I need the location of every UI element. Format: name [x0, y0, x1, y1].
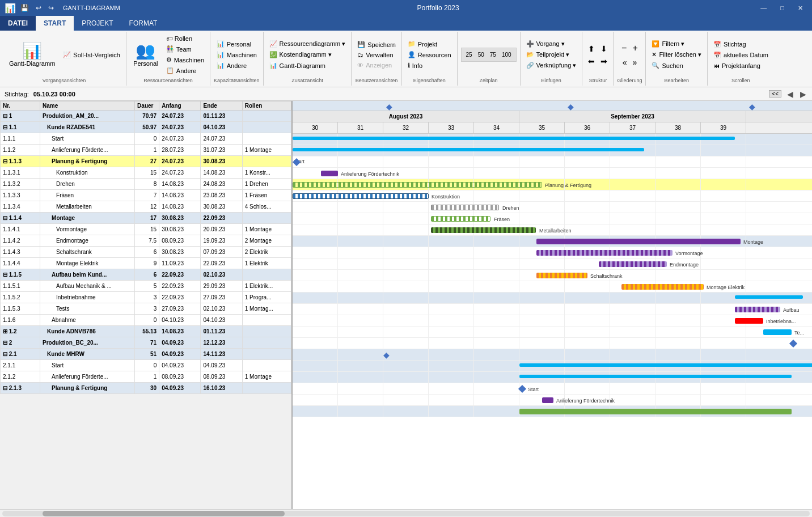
projektanfang-btn[interactable]: ⏮Projektanfang [711, 61, 771, 70]
table-row[interactable]: ⊟ 2.1.3 Planung & Fertigung 30 04.09.23 … [1, 383, 291, 394]
gl2-btn[interactable]: + [630, 42, 640, 54]
str2-btn[interactable]: ⬇ [598, 43, 610, 54]
cell-anfang: 14.08.23 [159, 190, 201, 201]
table-row[interactable]: 1.1.1 Start 0 24.07.23 24.07.23 [1, 133, 291, 145]
table-row[interactable]: ⊟ 1.1.3 Planung & Fertigung 27 24.07.23 … [1, 156, 291, 167]
gantt-chart[interactable]: ◆ ◆ ◆ August 2023 September 2023 30 31 3… [293, 101, 812, 509]
str3-btn[interactable]: ⬅ [586, 56, 597, 67]
str4-btn[interactable]: ➡ [598, 56, 610, 67]
table-row[interactable]: 1.1.3.3 Fräsen 7 14.08.23 23.08.23 1 Frä… [1, 190, 291, 201]
zeitplan-label: Zeitplan [480, 77, 498, 83]
cell-ende: 04.10.23 [201, 122, 242, 133]
kapaz-maschinen-btn[interactable]: 📊Maschinen [214, 50, 259, 60]
verknuepfung-btn[interactable]: 🔗Verknüpfung ▾ [524, 61, 579, 70]
rollen-btn[interactable]: 🏷Rollen [164, 34, 206, 43]
filter-loeschen-btn[interactable]: ✕Filter löschen ▾ [649, 50, 703, 60]
table-row[interactable]: 1.1.3.2 Drehen 8 14.08.23 24.08.23 1 Dre… [1, 179, 291, 190]
stichtag-value: 05.10.23 00:00 [33, 91, 75, 98]
verwalten-btn[interactable]: 🗂Verwalten [355, 50, 398, 60]
table-row[interactable]: 1.1.4.4 Montage Elektrik 9 11.09.23 22.0… [1, 258, 291, 269]
tab-start[interactable]: START [36, 16, 74, 31]
table-row[interactable]: 2.1.2 Anlieferung Förderte... 1 08.09.23… [1, 371, 291, 383]
undo-btn[interactable]: ↩ [33, 3, 44, 13]
task-table: Nr. Name Dauer Anfang Ende Rollen ⊟ 1 Pr… [0, 101, 291, 394]
quick-access: 📊 💾 ↩ ↪ GANTT-DIAGRAMM [5, 3, 120, 14]
scrollbar-thumb[interactable] [43, 511, 285, 516]
table-row[interactable]: ⊟ 2.1 Kunde MHRW 51 04.09.23 14.11.23 [1, 349, 291, 360]
maximize-btn[interactable]: □ [776, 3, 789, 13]
table-row[interactable]: 1.1.5.3 Tests 3 27.09.23 02.10.23 1 Mont… [1, 303, 291, 315]
cell-name: Anlieferung Förderte... [40, 145, 135, 156]
personal-btn[interactable]: 👥 Personal [130, 35, 162, 75]
nav-left[interactable]: ◀ [786, 88, 794, 100]
pct75-btn[interactable]: 75 [488, 50, 498, 59]
close-btn[interactable]: ✕ [793, 3, 807, 13]
table-row[interactable]: 1.1.3.1 Konstruktion 15 24.07.23 14.08.2… [1, 167, 291, 179]
kapaz-personal-btn[interactable]: 📊Personal [214, 39, 259, 49]
tab-datei[interactable]: DATEI [0, 16, 36, 31]
projekt-btn[interactable]: 📁Projekt [405, 39, 454, 49]
gantt-row-1.1.4.3: Schaltschrank [293, 270, 812, 281]
horizontal-scrollbar[interactable] [0, 509, 812, 517]
table-row[interactable]: 1.1.2 Anlieferung Förderte... 1 28.07.23… [1, 145, 291, 156]
gantt-row-1.1.3.1: Konstruktion [293, 190, 812, 202]
table-row[interactable]: 1.1.5.2 Inbetriebnahme 3 22.09.23 27.09.… [1, 292, 291, 303]
table-row[interactable]: ⊟ 2 Produktion_BC_20... 71 04.09.23 12.1… [1, 337, 291, 349]
vorgang-btn[interactable]: ➕Vorgang ▾ [524, 39, 579, 49]
table-row[interactable]: ⊟ 1.1 Kunde RZADE541 50.97 24.07.23 04.1… [1, 122, 291, 133]
teilprojekt-btn[interactable]: 📂Teilprojekt ▾ [524, 50, 579, 60]
fl-icon: ✕ [652, 51, 657, 58]
group-ressourcenansichten: 👥 Personal 🏷Rollen 👫Team ⚙Maschinen 📋And… [126, 32, 210, 86]
scrollbar-track[interactable] [2, 511, 810, 516]
pct50-btn[interactable]: 50 [476, 50, 487, 59]
aktuell-datum-btn[interactable]: 📅aktuelles Datum [711, 50, 771, 60]
kostendiagramm-btn[interactable]: 💹Kostendiagramm ▾ [267, 50, 348, 60]
table-row[interactable]: ⊟ 1.1.5 Aufbau beim Kund... 6 22.09.23 0… [1, 269, 291, 281]
nav-right[interactable]: ▶ [799, 88, 807, 100]
kapaz-andere-btn[interactable]: 📊Andere [214, 61, 259, 70]
table-row[interactable]: 1.1.3.4 Metallarbeiten 12 14.08.23 30.08… [1, 201, 291, 213]
team-btn[interactable]: 👫Team [164, 44, 206, 54]
redo-btn[interactable]: ↪ [46, 3, 56, 13]
tab-projekt[interactable]: PROJEKT [74, 16, 121, 31]
ad-icon: 📅 [713, 52, 721, 59]
collapse-btn[interactable]: << [769, 90, 781, 98]
pct100-btn[interactable]: 100 [500, 50, 514, 59]
filtern-btn[interactable]: 🔽Filtern ▾ [649, 39, 703, 49]
save-quick-btn[interactable]: 💾 [18, 3, 31, 13]
soll-ist-btn[interactable]: 📈 Soll-Ist-Vergleich [61, 50, 122, 60]
table-row[interactable]: 1.1.5.1 Aufbau Mechanik & ... 5 22.09.23… [1, 281, 291, 292]
cell-rollen: 2 Elektrik [242, 247, 291, 258]
table-row[interactable]: 1.1.4.1 Vormontage 15 30.08.23 20.09.23 … [1, 224, 291, 235]
maschinen-btn[interactable]: ⚙Maschinen [164, 55, 206, 65]
minimize-btn[interactable]: — [756, 3, 771, 13]
gl1-btn[interactable]: − [619, 42, 629, 54]
andere-btn[interactable]: 📋Andere [164, 66, 206, 75]
table-row[interactable]: 1.1.4.3 Schaltschrank 6 30.08.23 07.09.2… [1, 247, 291, 258]
ressourcen-btn[interactable]: 👤Ressourcen [405, 50, 454, 60]
bearbeiten-label: Bearbeiten [664, 77, 689, 83]
cell-dauer: 27 [135, 156, 159, 167]
gantt-diagramm2-btn[interactable]: 📊Gantt-Diagramm [267, 61, 348, 70]
table-row[interactable]: ⊟ 1 Produktion_AM_20... 70.97 24.07.23 0… [1, 111, 291, 122]
table-row[interactable]: 1.1.4.2 Endmontage 7.5 08.09.23 19.09.23… [1, 235, 291, 247]
stichtag-scroll-btn[interactable]: 📅Stichtag [711, 40, 771, 49]
gl4-btn[interactable]: » [630, 57, 639, 68]
cell-anfang: 08.09.23 [159, 235, 201, 247]
tab-format[interactable]: FORMAT [121, 16, 166, 31]
suchen-btn[interactable]: 🔍Suchen [649, 61, 703, 70]
speichern-btn[interactable]: 💾Speichern [355, 40, 398, 49]
table-row[interactable]: ⊞ 1.2 Kunde ADNVB786 55.13 14.08.23 01.1… [1, 326, 291, 337]
ressdiagramm-btn[interactable]: 📈Ressourcendiagramm ▾ [267, 39, 348, 49]
table-row[interactable]: 1.1.6 Abnahme 0 04.10.23 04.10.23 [1, 315, 291, 326]
week-36: 36 [565, 122, 610, 134]
anzeigen-btn[interactable]: 👁Anzeigen [355, 61, 398, 70]
str1-btn[interactable]: ⬆ [586, 43, 597, 54]
pct25-btn[interactable]: 25 [464, 50, 475, 59]
gl3-btn[interactable]: « [620, 57, 629, 68]
gantt-diagramm-btn[interactable]: 📊 Gantt-Diagramm [6, 35, 58, 75]
info-btn[interactable]: ℹInfo [405, 61, 454, 70]
table-row[interactable]: 2.1.1 Start 0 04.09.23 04.09.23 [1, 360, 291, 371]
table-row[interactable]: ⊟ 1.1.4 Montage 17 30.08.23 22.09.23 [1, 213, 291, 224]
cell-anfang: 24.07.23 [159, 111, 201, 122]
